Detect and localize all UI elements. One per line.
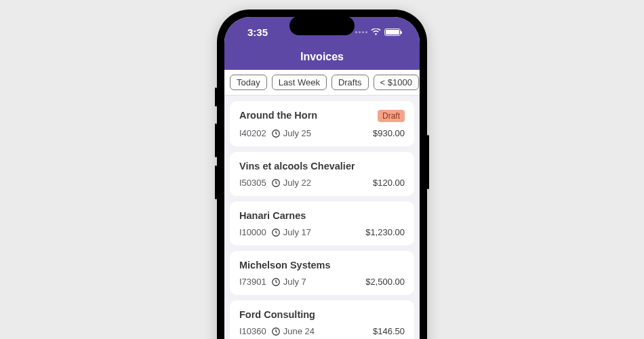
invoice-amount: $1,230.00	[365, 227, 405, 237]
customer-name: Ford Consulting	[239, 309, 315, 320]
clock-icon	[271, 277, 281, 287]
invoice-card[interactable]: Michelson SystemsI73901July 7$2,500.00	[230, 251, 414, 295]
dynamic-island	[289, 16, 355, 35]
filter-bar[interactable]: TodayLast WeekDrafts< $1000> $	[224, 70, 420, 96]
invoice-card[interactable]: Around the HornDraftI40202July 25$930.00	[230, 101, 414, 146]
invoice-date: July 25	[283, 128, 311, 138]
invoice-date: June 24	[283, 326, 315, 336]
invoice-amount: $2,500.00	[365, 277, 405, 287]
customer-name: Hanari Carnes	[239, 210, 306, 221]
filter-chip[interactable]: Drafts	[331, 75, 369, 90]
cellular-icon	[355, 31, 367, 33]
invoice-card[interactable]: Hanari CarnesI10000July 17$1,230.00	[230, 201, 414, 245]
invoice-id: I10360	[239, 326, 266, 336]
invoice-date: July 17	[283, 227, 311, 237]
invoice-amount: $120.00	[373, 178, 405, 188]
clock-icon	[271, 327, 281, 336]
invoice-id: I10000	[239, 227, 266, 237]
invoice-amount: $146.50	[373, 326, 405, 336]
device-frame: 3:35 Invoices TodayLast WeekDrafts< $100…	[217, 9, 427, 339]
invoice-card[interactable]: Ford ConsultingI10360June 24$146.50	[230, 300, 414, 339]
invoice-date: July 7	[283, 277, 306, 287]
filter-chip[interactable]: Today	[230, 75, 267, 90]
invoice-amount: $930.00	[373, 128, 405, 138]
status-right	[355, 28, 401, 36]
invoice-date: July 22	[283, 178, 311, 188]
customer-name: Around the Horn	[239, 110, 317, 121]
status-time: 3:35	[247, 26, 268, 38]
clock-icon	[271, 178, 281, 188]
status-badge: Draft	[378, 110, 405, 122]
nav-bar: Invoices	[224, 47, 420, 70]
clock-icon	[271, 228, 281, 237]
invoice-id: I40202	[239, 128, 266, 138]
invoice-id: I50305	[239, 178, 266, 188]
invoice-list[interactable]: Around the HornDraftI40202July 25$930.00…	[224, 96, 420, 339]
battery-icon	[384, 28, 401, 36]
filter-chip[interactable]: < $1000	[374, 75, 419, 90]
page-title: Invoices	[300, 51, 344, 62]
wifi-icon	[371, 28, 381, 36]
phone-power-button	[427, 135, 429, 189]
customer-name: Vins et alcools Chevalier	[239, 161, 355, 172]
customer-name: Michelson Systems	[239, 260, 331, 271]
filter-chip[interactable]: Last Week	[272, 75, 327, 90]
clock-icon	[271, 129, 281, 138]
invoice-card[interactable]: Vins et alcools ChevalierI50305July 22$1…	[230, 152, 414, 196]
invoice-id: I73901	[239, 277, 266, 287]
screen: 3:35 Invoices TodayLast WeekDrafts< $100…	[224, 17, 420, 339]
